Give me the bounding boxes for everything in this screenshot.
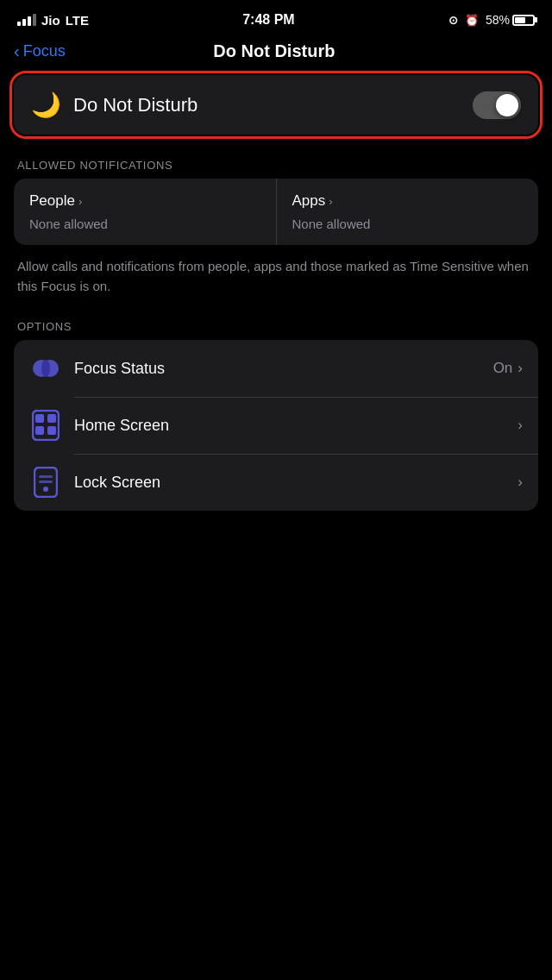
carrier-label: Jio (41, 13, 60, 28)
lock-screen-label: Lock Screen (74, 474, 518, 492)
dnd-toggle[interactable] (473, 91, 521, 119)
apps-sub: None allowed (292, 217, 524, 231)
toggle-knob (496, 94, 518, 116)
people-chevron-icon: › (78, 195, 82, 208)
status-bar: Jio LTE 7:48 PM ⊙ ⏰ 58% (0, 0, 552, 35)
svg-rect-10 (39, 481, 53, 483)
battery-percent: 58% (486, 13, 510, 27)
battery-fill (515, 17, 525, 23)
options-card: Focus Status On › Home Screen › (14, 340, 538, 511)
svg-rect-5 (47, 414, 56, 423)
signal-icon (17, 14, 36, 26)
svg-rect-7 (47, 426, 56, 435)
home-screen-label: Home Screen (74, 417, 518, 435)
lock-screen-icon (29, 466, 62, 499)
focus-status-on: On (493, 360, 513, 377)
focus-status-row[interactable]: Focus Status On › (14, 340, 538, 397)
apps-label: Apps (292, 192, 326, 210)
options-header: OPTIONS (14, 320, 538, 333)
back-label: Focus (23, 42, 66, 60)
svg-point-11 (43, 487, 48, 492)
people-title: People › (29, 192, 260, 210)
apps-cell[interactable]: Apps › None allowed (277, 179, 539, 245)
battery: 58% (486, 13, 535, 27)
network-label: LTE (66, 13, 89, 28)
allowed-notifications-card: People › None allowed Apps › None allowe… (14, 179, 538, 245)
back-button[interactable]: ‹ Focus (14, 41, 66, 61)
moon-icon: 🌙 (31, 91, 61, 119)
main-content: 🌙 Do Not Disturb ALLOWED NOTIFICATIONS P… (0, 75, 552, 511)
do-not-disturb-card[interactable]: 🌙 Do Not Disturb (14, 75, 538, 135)
focus-status-label: Focus Status (74, 360, 493, 378)
dnd-label: Do Not Disturb (73, 94, 198, 116)
lock-screen-chevron: › (518, 474, 523, 491)
svg-rect-6 (35, 426, 44, 435)
back-chevron-icon: ‹ (14, 41, 20, 61)
page-title: Do Not Disturb (66, 41, 483, 61)
clock: 7:48 PM (242, 12, 294, 28)
focus-status-value: On › (493, 360, 523, 377)
apps-title: Apps › (292, 192, 524, 210)
battery-icon (512, 15, 535, 26)
home-screen-chevron-icon: › (518, 417, 523, 434)
people-sub: None allowed (29, 217, 260, 231)
lock-screen-row[interactable]: Lock Screen › (14, 454, 538, 511)
allowed-row: People › None allowed Apps › None allowe… (14, 179, 538, 245)
focus-status-icon (29, 352, 62, 385)
allowed-description: Allow calls and notifications from peopl… (14, 257, 538, 296)
dnd-left: 🌙 Do Not Disturb (31, 91, 198, 119)
home-screen-icon (29, 409, 62, 442)
focus-status-chevron-icon: › (518, 360, 523, 377)
nav-bar: ‹ Focus Do Not Disturb (0, 35, 552, 75)
screen-record-icon: ⊙ (448, 14, 458, 27)
home-screen-chevron: › (518, 417, 523, 434)
people-label: People (29, 192, 75, 210)
svg-point-2 (41, 360, 50, 377)
alarm-icon: ⏰ (465, 14, 479, 27)
apps-chevron-icon: › (329, 195, 332, 208)
svg-rect-9 (39, 475, 53, 478)
status-left: Jio LTE (17, 13, 89, 28)
people-cell[interactable]: People › None allowed (14, 179, 277, 245)
allowed-notifications-header: ALLOWED NOTIFICATIONS (14, 159, 538, 172)
home-screen-row[interactable]: Home Screen › (14, 397, 538, 454)
svg-rect-4 (35, 414, 44, 423)
status-right: ⊙ ⏰ 58% (448, 13, 535, 27)
lock-screen-chevron-icon: › (518, 474, 523, 491)
